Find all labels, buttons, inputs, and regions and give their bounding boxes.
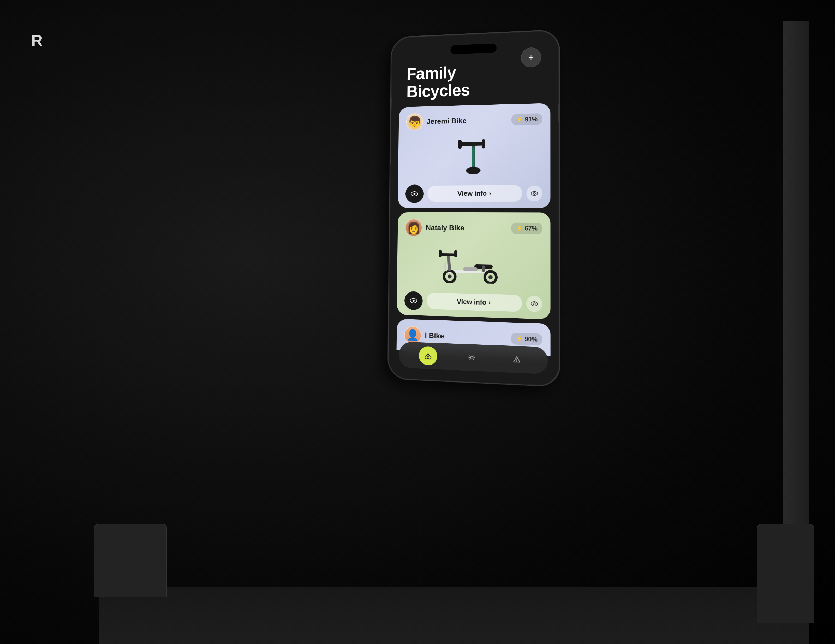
phone-screen: + Family Bicycles [391,33,556,383]
rider-info-nataly: Nataly Bike [405,219,464,237]
svg-rect-3 [482,139,485,148]
bike-card-jeremi[interactable]: Jeremi Bike ⚡ 91% [398,103,551,208]
bottom-base [99,587,809,644]
svg-point-8 [414,193,416,195]
view-info-button-jeremi[interactable]: View info › [427,185,522,202]
avatar-third: 👤 [404,326,421,344]
svg-rect-18 [439,250,442,257]
svg-point-25 [531,301,538,306]
avatar-jeremi [406,113,423,131]
svg-point-9 [531,191,538,195]
svg-point-10 [533,192,535,194]
nav-item-bike[interactable] [419,346,437,366]
alert-icon [512,355,521,364]
bike-cards-list: Jeremi Bike ⚡ 91% [392,103,556,356]
plus-icon: + [528,52,534,63]
view-info-arrow-nataly: › [489,299,491,307]
svg-point-27 [425,356,428,359]
eye-outline-button-jeremi[interactable] [526,185,542,201]
app-content: + Family Bicycles [391,33,556,383]
battery-badge-nataly: ⚡ 67% [511,222,543,234]
view-info-label-jeremi: View info [457,189,487,198]
svg-point-28 [428,356,431,359]
phone-wrapper: + Family Bicycles [388,29,560,387]
eye-outline-icon-nataly [531,301,538,306]
eye-button-jeremi[interactable] [406,184,424,203]
svg-point-32 [471,356,473,359]
svg-rect-2 [458,140,461,149]
battery-level-jeremi: 91% [525,115,538,123]
svg-rect-22 [463,267,478,271]
card-header-jeremi: Jeremi Bike ⚡ 91% [406,110,542,131]
eye-outline-button-nataly[interactable] [526,295,543,312]
card-footer-jeremi: View info › [406,184,543,203]
gear-icon [468,353,476,362]
card-header-nataly: Nataly Bike ⚡ 67% [405,219,542,237]
bottom-navigation [399,342,548,374]
bottom-bracket-left [94,524,167,597]
bike-image-jeremi [403,132,545,181]
svg-rect-16 [447,254,451,271]
battery-icon-third: ⚡ [516,335,523,342]
svg-point-13 [447,274,452,278]
view-info-label-nataly: View info [457,298,486,307]
phone-bezel: + Family Bicycles [388,29,560,387]
bike-card-nataly[interactable]: Nataly Bike ⚡ 67% [397,212,551,319]
rider-info-jeremi: Jeremi Bike [406,112,466,131]
battery-icon-jeremi: ⚡ [516,116,523,123]
svg-point-26 [533,303,535,305]
page-title: Family Bicycles [406,60,542,101]
bike-image-nataly [402,240,545,290]
battery-icon-nataly: ⚡ [516,225,523,232]
eye-button-nataly[interactable] [405,291,423,310]
view-info-button-nataly[interactable]: View info › [427,293,522,312]
battery-level-nataly: 67% [525,224,538,232]
eye-icon-nataly [410,298,417,304]
battery-badge-jeremi: ⚡ 91% [512,113,543,125]
nav-item-alerts[interactable] [507,350,526,369]
svg-rect-5 [472,148,474,166]
svg-point-24 [413,299,414,302]
card-footer-nataly: View info › [405,291,543,314]
battery-badge-third: ⚡ 90% [511,332,542,345]
svg-rect-21 [482,265,485,272]
rider-name-third: l Bike [425,331,444,340]
scissors-icon [424,351,432,360]
bottom-bracket-right [757,524,814,623]
avatar-nataly [405,219,422,236]
view-info-arrow-jeremi: › [489,189,491,198]
rider-name-jeremi: Jeremi Bike [427,117,466,126]
bike-svg-nataly [436,246,509,284]
nav-item-settings[interactable] [462,348,481,368]
eye-outline-icon-jeremi [531,191,538,196]
svg-point-34 [517,361,517,362]
rider-name-nataly: Nataly Bike [426,224,464,232]
battery-level-third: 90% [525,335,538,343]
svg-point-15 [489,275,493,280]
svg-rect-19 [454,250,457,257]
dynamic-island [450,43,497,55]
eye-icon-jeremi [411,191,418,197]
svg-rect-17 [439,254,457,256]
svg-point-4 [466,167,480,174]
app-logo: R [31,31,42,49]
bike-svg-jeremi [445,137,502,176]
